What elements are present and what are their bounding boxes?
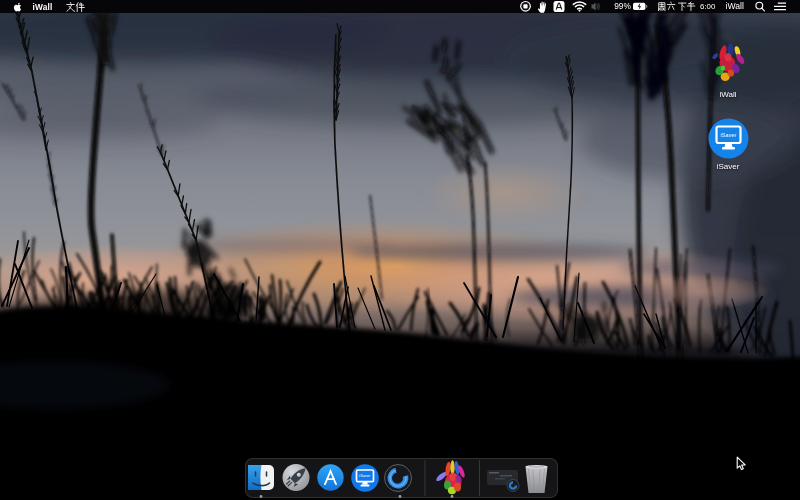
svg-text:99%: 99% — [614, 1, 631, 11]
svg-text:iSaver: iSaver — [720, 132, 736, 138]
svg-text:iSaver: iSaver — [359, 473, 371, 478]
svg-text:6:00: 6:00 — [700, 2, 716, 11]
svg-text:iWall: iWall — [726, 1, 744, 11]
